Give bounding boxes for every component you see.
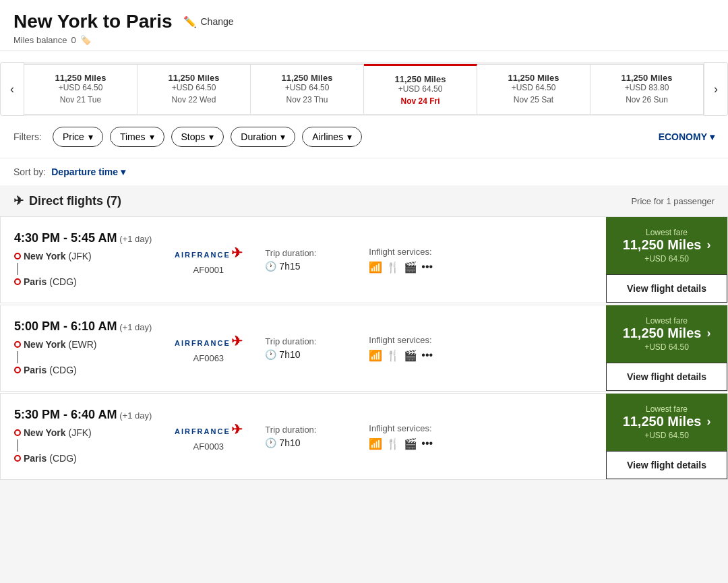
economy-button[interactable]: ECONOMY ▾ xyxy=(659,131,715,142)
change-button[interactable]: ✏️ Change xyxy=(183,16,234,28)
trip-duration: Trip duration: 🕐 7h15 xyxy=(265,248,353,272)
fare-label: Lowest fare xyxy=(617,228,717,237)
duration-value: 🕐 7h10 xyxy=(265,349,353,360)
sort-bar: Sort by: Departure time ▾ xyxy=(0,158,728,185)
route-line xyxy=(17,439,18,452)
meal-icon: 🍴 xyxy=(386,437,400,450)
flight-route: New York (JFK) Paris (CDG) xyxy=(14,251,152,287)
date-item[interactable]: 11,250 Miles +USD 64.50 Nov 24 Fri xyxy=(364,64,477,115)
clock-icon: 🕐 xyxy=(265,349,276,360)
duration-text: 7h10 xyxy=(279,437,300,448)
page-title: New York to Paris xyxy=(13,11,173,32)
view-flight-details-button[interactable]: View flight details xyxy=(606,363,727,391)
from-city-name: New York xyxy=(24,339,66,350)
flight-day-offset: (+1 day) xyxy=(119,410,152,421)
fare-miles: 11,250 Miles › xyxy=(617,414,717,429)
from-code: (JFK) xyxy=(69,251,92,262)
section-header: ✈ Direct flights (7) Price for 1 passeng… xyxy=(0,185,728,216)
fare-label: Lowest fare xyxy=(617,404,717,414)
flight-to-city: Paris (CDG) xyxy=(14,365,152,375)
wifi-icon: 📶 xyxy=(369,349,382,362)
filter-button-stops[interactable]: Stops▾ xyxy=(171,127,224,147)
flight-main: 4:30 PM - 5:45 AM (+1 day) New York (JFK… xyxy=(1,217,606,303)
filter-button-airlines[interactable]: Airlines▾ xyxy=(302,127,362,147)
from-city-name: New York xyxy=(24,251,66,262)
flight-from-city: New York (EWR) xyxy=(14,339,152,350)
prev-date-button[interactable]: ‹ xyxy=(0,62,24,116)
filter-chevron-icon: ▾ xyxy=(150,131,154,142)
direct-flights-title: Direct flights (7) xyxy=(29,194,121,208)
date-label: Nov 21 Tue xyxy=(30,95,131,104)
flight-from-city: New York (JFK) xyxy=(14,427,152,438)
inflight-services: Inflight services: 📶 🍴 🎬 ••• xyxy=(369,247,477,274)
flight-times: 5:00 PM - 6:10 AM (+1 day) New York (EWR… xyxy=(14,319,152,377)
entertainment-icon: 🎬 xyxy=(404,437,417,450)
filter-chevron-icon: ▾ xyxy=(280,131,285,142)
flight-route: New York (EWR) Paris (CDG) xyxy=(14,339,152,375)
filter-chevron-icon: ▾ xyxy=(209,131,214,142)
date-label: Nov 23 Thu xyxy=(256,95,358,104)
more-services-icon: ••• xyxy=(421,261,433,273)
book-fare-button[interactable]: Lowest fare 11,250 Miles › +USD 64.50 xyxy=(606,217,727,274)
fare-arrow-icon: › xyxy=(706,238,710,252)
miles-balance-value: 0 xyxy=(71,35,76,45)
filter-label-text: Times xyxy=(120,131,146,142)
flight-number: AF0063 xyxy=(168,353,249,363)
next-date-button[interactable]: › xyxy=(704,62,728,116)
view-flight-details-button[interactable]: View flight details xyxy=(606,274,727,303)
filter-label-text: Airlines xyxy=(312,131,343,142)
fare-usd: +USD 64.50 xyxy=(617,254,717,264)
date-item[interactable]: 11,250 Miles +USD 64.50 Nov 22 Wed xyxy=(138,64,251,115)
flight-route: New York (JFK) Paris (CDG) xyxy=(14,427,152,464)
date-selector: ‹ 11,250 Miles +USD 64.50 Nov 21 Tue 11,… xyxy=(0,62,728,116)
sort-value-button[interactable]: Departure time ▾ xyxy=(51,166,125,177)
duration-label: Trip duration: xyxy=(265,425,353,435)
filter-button-price[interactable]: Price▾ xyxy=(53,127,103,147)
clock-icon: 🕐 xyxy=(265,261,276,272)
flight-time-range: 4:30 PM - 5:45 AM xyxy=(14,231,117,245)
book-fare-button[interactable]: Lowest fare 11,250 Miles › +USD 64.50 xyxy=(606,305,727,363)
route-line xyxy=(17,351,18,363)
duration-label: Trip duration: xyxy=(265,336,353,346)
flight-to-city: Paris (CDG) xyxy=(14,276,152,287)
date-usd: +USD 64.50 xyxy=(143,83,245,92)
book-fare-button[interactable]: Lowest fare 11,250 Miles › +USD 64.50 xyxy=(606,394,727,451)
duration-label: Trip duration: xyxy=(265,248,353,258)
fare-usd: +USD 64.50 xyxy=(617,431,717,440)
duration-text: 7h10 xyxy=(279,349,300,360)
to-code: (CDG) xyxy=(49,365,76,375)
inflight-icons: 📶 🍴 🎬 ••• xyxy=(369,261,477,274)
flight-number: AF0003 xyxy=(168,441,249,452)
more-services-icon: ••• xyxy=(421,349,433,361)
airline-logo: AIRFRANCE✈ xyxy=(168,245,249,261)
change-label: Change xyxy=(201,16,234,27)
date-item[interactable]: 11,250 Miles +USD 64.50 Nov 25 Sat xyxy=(477,64,590,115)
airline-section: AIRFRANCE✈ AF0063 xyxy=(168,333,249,363)
date-label: Nov 25 Sat xyxy=(483,95,584,104)
filter-button-times[interactable]: Times▾ xyxy=(110,127,164,147)
date-item[interactable]: 11,250 Miles +USD 83.80 Nov 26 Sun xyxy=(590,64,704,115)
fare-arrow-icon: › xyxy=(706,326,710,340)
from-circle-icon xyxy=(14,253,21,259)
fare-section: Lowest fare 11,250 Miles › +USD 64.50 Vi… xyxy=(606,217,727,303)
filter-button-duration[interactable]: Duration▾ xyxy=(231,127,295,147)
to-city-name: Paris xyxy=(24,365,47,375)
to-code: (CDG) xyxy=(49,453,76,464)
date-miles: 11,250 Miles xyxy=(256,73,358,83)
page: New York to Paris ✏️ Change Miles balanc… xyxy=(0,0,728,480)
flight-from-city: New York (JFK) xyxy=(14,251,152,262)
to-code: (CDG) xyxy=(49,276,76,287)
route-line xyxy=(17,263,18,275)
filter-buttons-container: Price▾Times▾Stops▾Duration▾Airlines▾ xyxy=(53,127,362,147)
fare-miles-text: 11,250 Miles xyxy=(623,237,702,253)
flight-number: AF0001 xyxy=(168,265,249,275)
date-item[interactable]: 11,250 Miles +USD 64.50 Nov 21 Tue xyxy=(24,64,138,115)
view-flight-details-button[interactable]: View flight details xyxy=(606,451,727,479)
date-item[interactable]: 11,250 Miles +USD 64.50 Nov 23 Thu xyxy=(251,64,364,115)
fare-miles-text: 11,250 Miles xyxy=(623,414,702,429)
date-label: Nov 26 Sun xyxy=(596,95,698,104)
date-miles: 11,250 Miles xyxy=(483,73,584,83)
duration-text: 7h15 xyxy=(279,261,300,272)
flight-time-range: 5:30 PM - 6:40 AM xyxy=(14,408,117,421)
economy-label: ECONOMY xyxy=(659,131,707,142)
